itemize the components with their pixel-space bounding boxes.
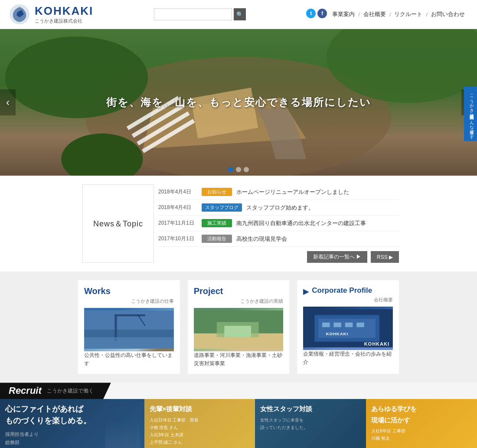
news-date-1: 2018年4月4日 <box>158 188 197 196</box>
svg-rect-27 <box>345 323 353 327</box>
recruit-senpai-line1: 入社31年目 工事部 部長 <box>150 416 199 424</box>
news-tag-2: スタッフブログ <box>202 203 242 212</box>
card-works: Works こうかき建設の仕事 公共性・公益性の高い仕事をしています <box>78 280 180 374</box>
recruit-learning-text: あらゆる学びを 現場に活かす 入社6年目 工事部 川畑 裕太 <box>371 403 417 442</box>
recruit-senpai-text: 先輩×後輩対談 入社31年目 工事部 部長 小牧 浩也 さん 入社3年目 土木課… <box>150 403 199 446</box>
card-corporate-image[interactable]: KOHKAKI <box>303 307 393 350</box>
side-tab[interactable]: こうかき建設 採用案内 こんな仕事です <box>464 87 477 141</box>
news-item-1: 2018年4月4日 お知らせ ホームページリニューアルオープンしました <box>158 184 399 200</box>
card-project: Project こうかき建設の実績 道路事業・河川事業・漁港事業・土砂災害対策事… <box>188 280 290 374</box>
main-nav: 事業案内 / 会社概要 / リクルート / お問い合わせ <box>329 10 468 18</box>
card-project-image[interactable] <box>194 308 284 351</box>
hero-dot-2[interactable] <box>236 167 241 172</box>
cards-section: Works こうかき建設の仕事 公共性・公益性の高い仕事をしています Proje… <box>0 271 477 383</box>
search-button[interactable]: 🔍 <box>234 8 246 20</box>
hero-dot-1[interactable] <box>228 167 233 172</box>
card-works-subtitle: こうかき建設の仕事 <box>84 298 174 304</box>
news-content: 2018年4月4日 お知らせ ホームページリニューアルオープンしました 2018… <box>154 184 399 263</box>
svg-rect-17 <box>84 337 174 349</box>
nav-item-contact[interactable]: お問い合わせ <box>428 10 468 18</box>
logo-icon <box>9 3 30 25</box>
news-item-4: 2017年10月1日 活動報告 高校生の現場見学会 <box>158 231 399 247</box>
logo-area: KOHKAKI こうかき建設株式会社 <box>9 3 93 25</box>
svg-text:KOHKAKI: KOHKAKI <box>326 331 348 336</box>
card-corporate-play: ▶ <box>303 287 309 296</box>
nav-area: t f 事業案内 / 会社概要 / リクルート / お問い合わせ <box>306 9 468 20</box>
logo-text: KOHKAKI こうかき建設株式会社 <box>35 4 93 24</box>
recruit-col-slogan: 心にファイトがあればものづくりを楽しめる。 採用担当者より 総務部 山口 秀三 … <box>0 399 144 448</box>
news-item-2: 2018年4月4日 スタッフブログ スタッフブログ始めます。 <box>158 200 399 216</box>
svg-rect-14 <box>114 314 117 341</box>
nav-item-recruit[interactable]: リクルート <box>391 10 426 18</box>
news-tag-1: お知らせ <box>202 188 232 196</box>
project-image-svg <box>194 308 284 351</box>
hero-dot-3[interactable] <box>244 167 249 172</box>
news-tag-4: 活動報告 <box>202 235 232 243</box>
hero-text: 街を、海を、山を、もっと安心できる場所にしたい <box>106 95 371 109</box>
recruit-slogan: 心にファイトがあればものづくりを楽しめる。 <box>5 403 91 427</box>
svg-rect-25 <box>322 323 330 327</box>
recruit-female-title: 女性スタッフ対談 <box>260 403 312 415</box>
search-input[interactable] <box>154 8 232 20</box>
recruit-subtitle: こうかき建設で働く <box>47 387 94 395</box>
nav-item-company[interactable]: 会社概要 <box>360 10 389 18</box>
works-image-svg <box>84 308 174 351</box>
rss-button[interactable]: RSS ▶ <box>371 251 399 263</box>
nav-item-business[interactable]: 事業案内 <box>329 10 358 18</box>
news-link-4[interactable]: 高校生の現場見学会 <box>236 235 287 243</box>
news-tag-3: 施工実績 <box>202 219 232 227</box>
corporate-image-svg: KOHKAKI <box>303 307 393 350</box>
logo-name: KOHKAKI <box>35 4 93 18</box>
news-date-2: 2018年4月4日 <box>158 204 197 211</box>
svg-rect-26 <box>334 323 342 327</box>
recruit-learning-line1: 入社6年目 工事部 <box>371 427 417 435</box>
twitter-icon[interactable]: t <box>306 9 316 18</box>
header: KOHKAKI こうかき建設株式会社 🔍 t f 事業案内 / 会社概要 / リ… <box>0 0 477 29</box>
news-link-3[interactable]: 南九州西回り自動車通の出水北インターの建設工事 <box>236 219 366 227</box>
recruit-learning-title: あらゆる学びを 現場に活かす <box>371 403 417 425</box>
recruit-col-learning[interactable]: あらゆる学びを 現場に活かす 入社6年目 工事部 川畑 裕太 <box>366 399 477 448</box>
social-icons: t f <box>306 9 327 18</box>
recruit-col-female[interactable]: 女性スタッフ対談 女性スタッフに本音を 語っていただきました。 <box>255 399 366 448</box>
recruit-person-silhouette <box>105 408 140 448</box>
recruit-dept: 総務部 <box>5 438 91 447</box>
hero-prev-button[interactable]: ‹ <box>0 89 16 115</box>
card-project-title: Project <box>194 286 284 296</box>
card-project-desc: 道路事業・河川事業・漁港事業・土砂災害対策事業 <box>194 351 284 368</box>
recruit-female-line1: 女性スタッフに本音を <box>260 416 312 424</box>
svg-rect-21 <box>224 326 251 337</box>
recruit-female-text: 女性スタッフ対談 女性スタッフに本音を 語っていただきました。 <box>260 403 312 431</box>
recruit-title: Recruit <box>9 385 42 396</box>
search-area: 🔍 <box>154 8 246 20</box>
card-works-image[interactable] <box>84 308 174 351</box>
news-date-3: 2017年11月1日 <box>158 219 197 227</box>
recruit-female-line2: 語っていただきました。 <box>260 424 312 431</box>
card-corporate-desc: 企業情報・経営理念・会社の歩みを紹介 <box>303 350 393 366</box>
recruit-col-senpai[interactable]: 先輩×後輩対談 入社31年目 工事部 部長 小牧 浩也 さん 入社3年目 土木課… <box>144 399 255 448</box>
news-section: News＆Topic 2018年4月4日 お知らせ ホームページリニューアルオー… <box>0 176 477 271</box>
recruit-learning-line2: 川畑 裕太 <box>371 435 417 442</box>
recruit-senpai-title: 先輩×後輩対談 <box>150 403 199 415</box>
news-date-4: 2017年10月1日 <box>158 235 197 242</box>
hero-overlay: 街を、海を、山を、もっと安心できる場所にしたい <box>0 29 477 176</box>
card-corporate-title: Corporate Profile <box>312 286 372 295</box>
logo-kana: こうかき建設株式会社 <box>35 18 93 24</box>
facebook-icon[interactable]: f <box>317 9 327 18</box>
recruit-grid: 心にファイトがあればものづくりを楽しめる。 採用担当者より 総務部 山口 秀三 … <box>0 399 477 448</box>
hero-slider: 街を、海を、山を、もっと安心できる場所にしたい ‹ › <box>0 29 477 176</box>
recruit-senpai-line4: 上平照 誠二 さん <box>150 438 199 446</box>
recruit-recruiter-label: 採用担当者より <box>5 430 91 438</box>
card-works-desc: 公共性・公益性の高い仕事をしています <box>84 351 174 368</box>
news-list-button[interactable]: 新着記事の一覧へ ▶ <box>307 251 367 263</box>
news-link-1[interactable]: ホームページリニューアルオープンしました <box>236 188 349 196</box>
news-link-2[interactable]: スタッフブログ始めます。 <box>246 204 314 212</box>
card-project-subtitle: こうかき建設の実績 <box>194 298 284 304</box>
svg-rect-15 <box>114 314 145 316</box>
news-item-3: 2017年11月1日 施工実績 南九州西回り自動車通の出水北インターの建設工事 <box>158 216 399 231</box>
hero-dots <box>228 167 249 172</box>
card-works-title: Works <box>84 286 174 296</box>
recruit-senpai-line3: 入社3年目 土木課 <box>150 431 199 438</box>
recruit-slogan-text: 心にファイトがあればものづくりを楽しめる。 採用担当者より 総務部 山口 秀三 … <box>5 403 91 448</box>
news-label: News＆Topic <box>93 219 143 229</box>
news-label-box: News＆Topic <box>82 184 154 263</box>
